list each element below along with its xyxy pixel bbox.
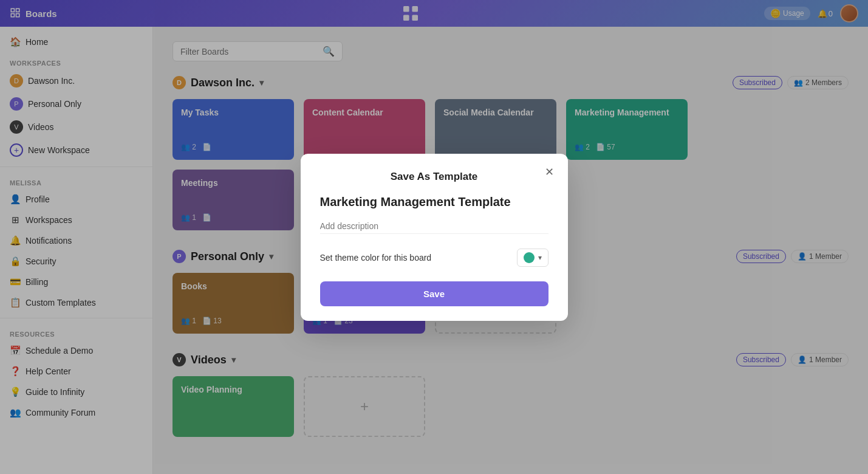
modal-description-input[interactable]	[320, 219, 548, 234]
modal-close-button[interactable]: ✕	[541, 163, 558, 180]
chevron-down-icon: ▾	[538, 253, 542, 262]
save-template-modal: ✕ Save As Template Marketing Management …	[301, 154, 568, 321]
modal-overlay[interactable]: ✕ Save As Template Marketing Management …	[0, 0, 868, 474]
modal-theme-label: Set theme color for this board	[320, 253, 432, 263]
modal-template-name: Marketing Management Template	[320, 195, 548, 209]
modal-theme-row: Set theme color for this board ▾	[320, 249, 548, 267]
color-picker-button[interactable]: ▾	[517, 249, 548, 267]
modal-save-button[interactable]: Save	[320, 281, 548, 306]
color-dot	[524, 252, 535, 263]
modal-title: Save As Template	[320, 171, 548, 183]
